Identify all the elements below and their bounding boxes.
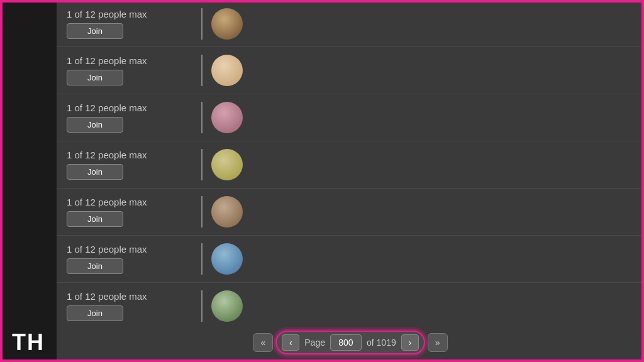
server-row: 1 of 12 people max Join <box>57 94 644 141</box>
prev-page-button[interactable]: ‹ <box>282 334 299 351</box>
last-page-button[interactable]: » <box>428 333 448 352</box>
row-divider <box>201 243 203 275</box>
page-container: ‹ Page of 1019 › <box>275 331 425 354</box>
server-info: 1 of 12 people max Join <box>67 197 192 227</box>
avatar <box>211 196 243 228</box>
brand-text: TH <box>12 329 45 356</box>
page-number-input[interactable] <box>330 334 362 351</box>
page-of-label: of 1019 <box>367 337 396 348</box>
server-row: 1 of 12 people max Join <box>57 189 644 236</box>
server-info: 1 of 12 people max Join <box>67 9 192 39</box>
people-count: 1 of 12 people max <box>67 9 192 19</box>
first-page-button[interactable]: « <box>253 333 273 352</box>
sidebar: TH <box>0 0 57 362</box>
avatar <box>211 55 243 86</box>
avatar <box>211 243 243 275</box>
join-button[interactable]: Join <box>67 211 123 227</box>
join-button[interactable]: Join <box>67 70 123 85</box>
server-info: 1 of 12 people max Join <box>67 150 192 180</box>
avatar <box>211 149 243 180</box>
page-label: Page <box>304 337 325 348</box>
server-row: 1 of 12 people max Join <box>57 236 644 283</box>
row-divider <box>201 102 203 133</box>
server-row: 1 of 12 people max Join <box>57 283 644 324</box>
row-divider <box>201 290 203 322</box>
people-count: 1 of 12 people max <box>67 197 192 207</box>
server-info: 1 of 12 people max Join <box>67 244 192 274</box>
main-content: 1 of 12 people max Join 1 of 12 people m… <box>57 0 644 362</box>
server-info: 1 of 12 people max Join <box>67 291 192 321</box>
pagination-bar: « ‹ Page of 1019 › » <box>57 324 644 362</box>
join-button[interactable]: Join <box>67 258 123 274</box>
server-info: 1 of 12 people max Join <box>67 102 192 133</box>
avatar <box>211 290 243 322</box>
server-info: 1 of 12 people max Join <box>67 55 192 85</box>
people-count: 1 of 12 people max <box>67 244 192 255</box>
row-divider <box>201 55 203 86</box>
next-page-button[interactable]: › <box>401 334 419 351</box>
people-count: 1 of 12 people max <box>67 150 192 160</box>
row-divider <box>201 149 203 180</box>
server-row: 1 of 12 people max Join <box>57 47 644 94</box>
people-count: 1 of 12 people max <box>67 102 192 113</box>
row-divider <box>201 8 203 40</box>
people-count: 1 of 12 people max <box>67 291 192 302</box>
join-button[interactable]: Join <box>67 305 123 321</box>
server-row: 1 of 12 people max Join <box>57 0 644 47</box>
server-list: 1 of 12 people max Join 1 of 12 people m… <box>57 0 644 324</box>
avatar <box>211 102 243 133</box>
server-row: 1 of 12 people max Join <box>57 141 644 189</box>
people-count: 1 of 12 people max <box>67 55 192 66</box>
join-button[interactable]: Join <box>67 23 123 39</box>
join-button[interactable]: Join <box>67 164 123 180</box>
avatar <box>211 8 243 40</box>
row-divider <box>201 196 203 228</box>
join-button[interactable]: Join <box>67 117 123 133</box>
